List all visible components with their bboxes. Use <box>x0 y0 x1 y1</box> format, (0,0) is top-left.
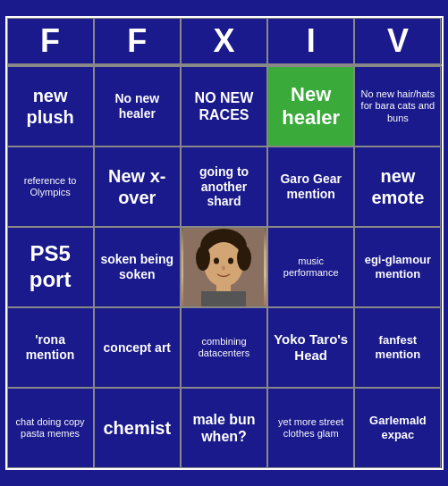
cell-2-0[interactable]: PS5 port <box>7 227 94 307</box>
cell-4-0[interactable]: chat doing copy pasta memes <box>7 388 94 468</box>
cell-label: reference to Olympics <box>12 175 89 198</box>
cell-label: Garlemald expac <box>359 414 436 441</box>
cell-4-4[interactable]: Garlemald expac <box>354 388 441 468</box>
bingo-grid: new plush No new healer NO NEW RACES New… <box>7 64 442 468</box>
cell-3-1[interactable]: concept art <box>94 307 181 388</box>
cell-label: Yoko Taro's Head <box>272 331 350 364</box>
cell-label: new emote <box>359 165 436 208</box>
cell-label: New healer <box>272 83 350 130</box>
cell-2-3[interactable]: music performance <box>267 227 354 307</box>
cell-0-1[interactable]: No new healer <box>94 66 181 147</box>
cell-label: concept art <box>104 340 171 356</box>
header-i: I <box>267 18 354 64</box>
cell-0-0[interactable]: new plush <box>7 66 94 147</box>
cell-3-3[interactable]: Yoko Taro's Head <box>267 307 354 388</box>
header-f2: F <box>94 18 181 64</box>
svg-point-2 <box>204 242 243 287</box>
bingo-card: F F X I V new plush No new healer NO NEW… <box>5 16 444 470</box>
cell-1-4[interactable]: new emote <box>354 147 441 227</box>
cell-2-4[interactable]: egi-glamour mention <box>354 227 441 307</box>
svg-point-4 <box>228 258 233 264</box>
cell-label: No new hair/hats for bara cats and buns <box>359 88 436 124</box>
cell-label: fanfest mention <box>359 333 436 361</box>
cell-4-3[interactable]: yet more street clothes glam <box>267 388 354 468</box>
cell-label: New x-over <box>98 165 176 208</box>
cell-0-2[interactable]: NO NEW RACES <box>181 66 267 147</box>
cell-4-2[interactable]: male bun when? <box>181 388 267 468</box>
cell-label: male bun when? <box>185 411 263 445</box>
cell-label: chemist <box>103 417 171 439</box>
svg-point-3 <box>214 258 219 264</box>
header-x: X <box>181 18 267 64</box>
cell-1-3[interactable]: Garo Gear mention <box>267 147 354 227</box>
cell-3-0[interactable]: 'rona mention <box>7 307 94 388</box>
cell-1-1[interactable]: New x-over <box>94 147 181 227</box>
cell-label: yet more street clothes glam <box>272 416 350 440</box>
svg-point-10 <box>196 246 210 271</box>
cell-label: chat doing copy pasta memes <box>12 416 89 440</box>
header-f1: F <box>7 18 94 64</box>
cell-label: PS5 port <box>12 241 89 293</box>
cell-1-2[interactable]: going to another shard <box>181 147 267 227</box>
cell-label: egi-glamour mention <box>359 253 436 281</box>
cell-label: 'rona mention <box>12 332 89 363</box>
cell-0-3[interactable]: New healer <box>267 66 354 147</box>
cell-3-4[interactable]: fanfest mention <box>354 307 441 388</box>
cell-label: No new healer <box>98 91 176 122</box>
cell-2-2-photo <box>181 227 267 307</box>
svg-point-11 <box>237 246 251 271</box>
cell-label: combining datacenters <box>185 336 263 359</box>
cell-label: NO NEW RACES <box>185 89 263 123</box>
cell-label: soken being soken <box>98 252 176 282</box>
header-row: F F X I V <box>7 18 442 64</box>
cell-1-0[interactable]: reference to Olympics <box>7 147 94 227</box>
cell-label: music performance <box>272 256 350 279</box>
svg-point-5 <box>222 266 225 271</box>
cell-2-1[interactable]: soken being soken <box>94 227 181 307</box>
cell-0-4[interactable]: No new hair/hats for bara cats and buns <box>354 66 441 147</box>
svg-rect-9 <box>201 291 246 307</box>
cell-4-1[interactable]: chemist <box>94 388 181 468</box>
cell-label: going to another shard <box>185 164 263 209</box>
header-v: V <box>354 18 441 64</box>
person-photo <box>183 227 264 307</box>
cell-label: new plush <box>12 85 89 128</box>
cell-3-2[interactable]: combining datacenters <box>181 307 267 388</box>
cell-label: Garo Gear mention <box>272 172 350 202</box>
